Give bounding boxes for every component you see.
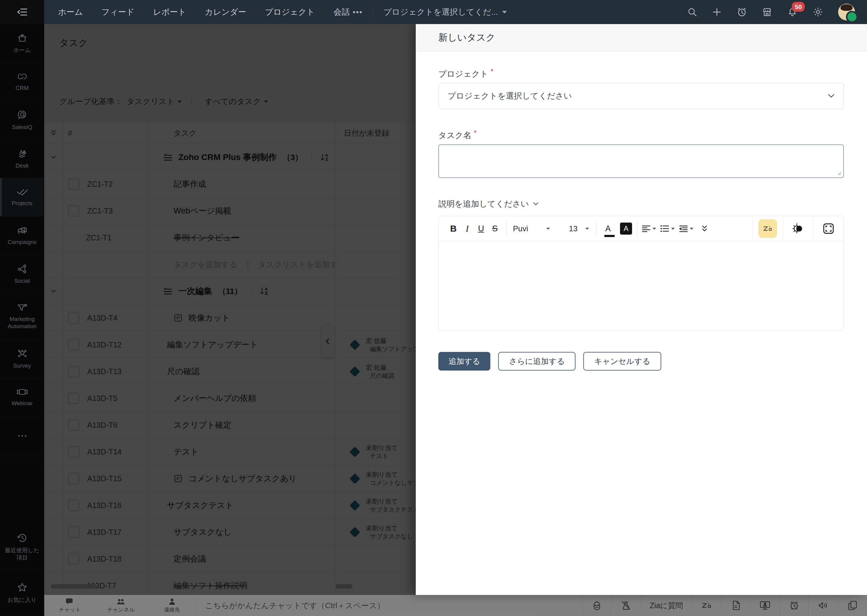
tasklist-name[interactable]: Zoho CRM Plus 事例制作 xyxy=(178,152,277,163)
reminder-clock-icon[interactable] xyxy=(737,6,747,17)
task-checkbox[interactable] xyxy=(68,339,79,350)
task-row[interactable]: A13D-T5メンバーヘルプの依頼 xyxy=(44,385,416,412)
task-name[interactable]: 記事作成 xyxy=(174,179,206,190)
font-family-select[interactable]: Puvi xyxy=(510,224,567,233)
task-name[interactable]: サブタスクなし xyxy=(174,526,232,537)
task-row[interactable]: ZC1-T1事例インタビュー xyxy=(44,225,416,251)
zia-icon[interactable] xyxy=(692,595,721,616)
sort-az-icon[interactable] xyxy=(259,287,270,295)
task-checkbox[interactable] xyxy=(68,366,79,377)
marketplace-icon[interactable] xyxy=(762,6,773,17)
task-name[interactable]: 定例会議 xyxy=(174,553,206,564)
project-select[interactable]: プロジェクトを選択してください xyxy=(438,83,844,109)
notifications-bell-icon[interactable]: 50 xyxy=(787,6,798,17)
task-checkbox[interactable] xyxy=(68,473,79,484)
task-checkbox[interactable] xyxy=(68,553,79,564)
add-task-link[interactable]: タスクを追加する xyxy=(174,259,237,270)
task-checkbox[interactable] xyxy=(68,446,79,457)
task-row[interactable]: A13D-T15コメントなしサブタスクあり 未割り当て コメントなしサブ xyxy=(44,465,416,492)
task-name[interactable]: 尺の確認 xyxy=(167,366,200,377)
sidebar-item-more[interactable] xyxy=(0,416,44,455)
project-selector[interactable]: プロジェクトを選択してくだ... xyxy=(383,6,507,17)
task-row[interactable]: A13D-T12編集ソフトアップデート 宏 佐藤 編集ソフトアップデ xyxy=(44,332,416,358)
search-icon[interactable] xyxy=(687,7,697,17)
add-icon[interactable] xyxy=(712,7,722,17)
task-row[interactable]: ZC1-T2記事作成 xyxy=(44,171,416,198)
menu-collapse-icon[interactable] xyxy=(0,0,44,24)
nav-item-3[interactable]: レポート xyxy=(153,6,186,17)
task-name[interactable]: 映像カット xyxy=(188,313,230,323)
quick-chat-hint[interactable]: こちらがかんたんチャットです（Ctrl＋スペース） xyxy=(198,600,385,611)
task-row[interactable]: A13D-T14テスト 未割り当て テスト xyxy=(44,438,416,465)
doc-icon[interactable] xyxy=(721,595,750,616)
group-by-tasklist-dropdown[interactable]: タスクリスト xyxy=(127,96,182,107)
sidebar-item-marketing[interactable]: MarketingAutomation xyxy=(0,294,44,339)
tasklist-group-header[interactable]: Zoho CRM Plus 事例制作 （3） xyxy=(44,144,416,171)
task-checkbox[interactable] xyxy=(68,205,79,217)
sidebar-item-desk[interactable]: Desk xyxy=(0,140,44,178)
collapse-panel-handle[interactable] xyxy=(321,325,334,358)
task-row[interactable]: A13D-T17サブタスクなし 未割り当て サブタスクなし xyxy=(44,519,416,545)
text-color-button[interactable]: A xyxy=(601,220,615,237)
megaphone-icon[interactable] xyxy=(809,595,838,616)
chevron-down-icon[interactable] xyxy=(50,288,57,295)
add-tasklist-link[interactable]: タスクリストを追加する xyxy=(258,259,336,270)
alarm2-icon[interactable] xyxy=(779,595,809,616)
channel-tab[interactable]: チャンネル xyxy=(95,598,146,613)
cancel-button[interactable]: キャンセルする xyxy=(583,352,661,371)
italic-button[interactable]: I xyxy=(460,220,474,237)
task-name[interactable]: Webページ掲載 xyxy=(174,206,231,216)
resize-handle-icon[interactable] xyxy=(837,171,842,176)
more-tools-icon[interactable] xyxy=(697,220,712,237)
task-row[interactable]: A13D-T7編集ソフト操作説明 xyxy=(44,572,416,595)
task-checkbox[interactable] xyxy=(68,178,79,190)
contrast-button[interactable] xyxy=(783,216,813,241)
task-row[interactable]: ZC1-T3Webページ掲載 xyxy=(44,198,416,225)
contacts-tab[interactable]: 連絡先 xyxy=(146,598,198,613)
task-name[interactable]: サブタスクテスト xyxy=(167,500,234,511)
highlight-color-button[interactable]: A xyxy=(619,220,633,237)
user-avatar[interactable] xyxy=(838,4,855,20)
font-size-select[interactable]: 13 xyxy=(567,224,592,233)
sidebar-item-social[interactable]: Social xyxy=(0,255,44,294)
add-button[interactable]: 追加する xyxy=(438,352,490,371)
task-checkbox[interactable] xyxy=(68,419,79,431)
description-editor-body[interactable] xyxy=(438,241,843,331)
task-name[interactable]: メンバーヘルプの依頼 xyxy=(174,393,256,404)
nav-item-4[interactable]: カレンダー xyxy=(205,6,247,17)
task-checkbox[interactable] xyxy=(68,526,79,538)
description-toggle[interactable]: 説明を追加してください xyxy=(438,198,539,209)
sidebar-item-history[interactable]: 最近使用した項目 xyxy=(0,524,44,570)
horizontal-scrollbar-thumb-right[interactable] xyxy=(335,584,352,589)
sidebar-item-ホーム[interactable]: ホーム xyxy=(0,24,44,63)
task-checkbox[interactable] xyxy=(68,312,79,324)
sidebar-item-projects[interactable]: Projects xyxy=(0,178,44,217)
indent-button[interactable] xyxy=(679,225,693,233)
task-name[interactable]: 編集ソフトアップデート xyxy=(167,339,258,350)
task-row[interactable]: A13D-T18定例会議 xyxy=(44,545,416,572)
task-name[interactable]: 事例インタビュー xyxy=(174,232,239,243)
ask-zia-button[interactable]: Ziaに質問 xyxy=(641,595,692,616)
strikethrough-button[interactable]: S xyxy=(488,220,502,237)
horizontal-scrollbar-thumb[interactable] xyxy=(51,584,96,589)
align-button[interactable] xyxy=(642,225,656,233)
task-checkbox[interactable] xyxy=(68,500,79,511)
task-name[interactable]: 編集ソフト操作説明 xyxy=(174,580,247,591)
sidebar-item-survey[interactable]: Survey xyxy=(0,339,44,378)
task-row[interactable]: A13D-T13尺の確認 宏 佐藤 尺の確認 xyxy=(44,358,416,385)
task-name[interactable]: コメントなしサブタスクあり xyxy=(188,473,297,484)
chevron-down-icon[interactable] xyxy=(50,154,57,161)
nav-item-5[interactable]: プロジェクト xyxy=(265,6,315,17)
task-row[interactable]: A13D-T6スクリプト確定 xyxy=(44,412,416,438)
screen-icon[interactable] xyxy=(750,595,779,616)
task-checkbox[interactable] xyxy=(68,393,79,404)
collapse-all-icon[interactable] xyxy=(50,129,58,137)
tasklist-group-header[interactable]: 一次編集 （11） xyxy=(44,278,416,305)
task-row[interactable]: A13D-T16サブタスクテスト 未割り当て サブタスクテスト xyxy=(44,492,416,519)
task-name[interactable]: テスト xyxy=(174,446,199,457)
nav-more-icon[interactable]: ••• xyxy=(353,8,363,17)
flask-icon[interactable] xyxy=(611,595,641,616)
nav-item-6[interactable]: 会話 xyxy=(333,6,350,17)
underline-button[interactable]: U xyxy=(474,220,488,237)
sidebar-item-salesiq[interactable]: SalesIQ xyxy=(0,101,44,140)
